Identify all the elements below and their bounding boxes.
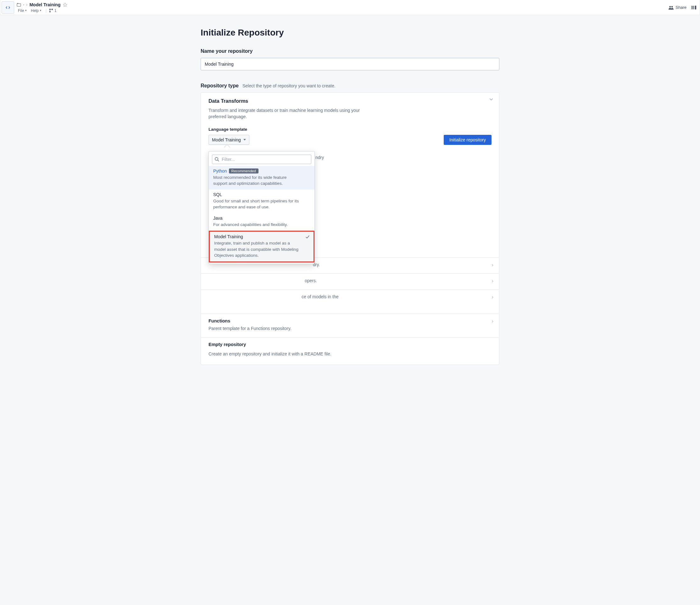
panel-toggle-icon[interactable] [691, 5, 697, 10]
check-icon [305, 235, 310, 239]
card-data-transforms: Data Transforms Transform and integrate … [201, 93, 499, 258]
svg-rect-10 [695, 6, 696, 9]
chevron-right-icon: › [492, 318, 493, 324]
svg-rect-8 [691, 7, 694, 8]
repository-name-input[interactable] [201, 58, 499, 71]
chevron-right-icon: › [492, 278, 493, 284]
page-title: Initialize Repository [201, 28, 499, 38]
svg-line-12 [218, 160, 219, 161]
app-logo[interactable] [2, 1, 14, 14]
breadcrumb-dash: - [23, 2, 24, 7]
card-desc: Transform and integrate datasets or trai… [208, 107, 366, 120]
svg-point-11 [215, 157, 218, 160]
svg-rect-7 [691, 6, 694, 7]
svg-rect-0 [17, 3, 21, 6]
svg-rect-2 [49, 9, 51, 10]
option-model-training[interactable]: Model Training Integrate, train and publ… [209, 231, 315, 262]
top-bar: - › Model Training File▼ Help▼ | 1 Share [0, 0, 700, 15]
type-label: Repository type [201, 83, 239, 89]
language-template-label: Language template [208, 127, 492, 132]
card-empty-repository[interactable]: Empty repository Create an empty reposit… [201, 338, 499, 365]
chevron-right-icon: › [26, 2, 27, 7]
option-python[interactable]: Python Recommended Most recommended for … [209, 166, 315, 189]
filter-input[interactable] [212, 155, 311, 164]
card-functions[interactable]: › Functions Parent template for a Functi… [201, 314, 499, 338]
svg-marker-1 [64, 3, 67, 7]
language-template-dropdown: Python Recommended Most recommended for … [208, 151, 315, 264]
svg-rect-9 [691, 8, 694, 9]
name-label: Name your repository [201, 48, 499, 54]
svg-rect-4 [52, 9, 53, 10]
type-hint: Select the type of repository you want t… [243, 83, 335, 88]
obscured-text: ndry [316, 155, 324, 160]
caret-down-icon [243, 139, 246, 140]
card-hidden-3[interactable]: › ce of models in the [201, 290, 499, 314]
svg-rect-3 [49, 11, 51, 12]
favorite-star-icon[interactable] [63, 2, 67, 7]
breadcrumb: - › Model Training [17, 2, 669, 7]
menu-help[interactable]: Help▼ [29, 8, 43, 14]
recommended-badge: Recommended [229, 168, 258, 174]
option-java[interactable]: Java For advanced capabilities and flexi… [209, 213, 315, 231]
initialize-repository-button[interactable]: Initialize repository [444, 135, 492, 145]
svg-point-5 [670, 6, 671, 7]
branch-indicator[interactable]: 1 [49, 8, 57, 13]
option-sql[interactable]: SQL Good for small and short term pipeli… [209, 189, 315, 213]
chevron-right-icon: › [492, 294, 493, 300]
svg-point-6 [671, 6, 673, 7]
breadcrumb-title[interactable]: Model Training [29, 2, 61, 7]
search-icon [215, 157, 220, 162]
share-button[interactable]: Share [669, 5, 686, 10]
card-hidden-2[interactable]: › opers. [201, 274, 499, 290]
chevron-down-icon[interactable] [489, 97, 493, 102]
language-template-select[interactable]: Model Training [208, 135, 249, 145]
repository-type-list: Data Transforms Transform and integrate … [201, 93, 499, 365]
chevron-right-icon: › [492, 262, 493, 268]
folder-icon [17, 2, 21, 7]
menu-file[interactable]: File▼ [17, 8, 28, 14]
card-title: Data Transforms [208, 98, 492, 104]
